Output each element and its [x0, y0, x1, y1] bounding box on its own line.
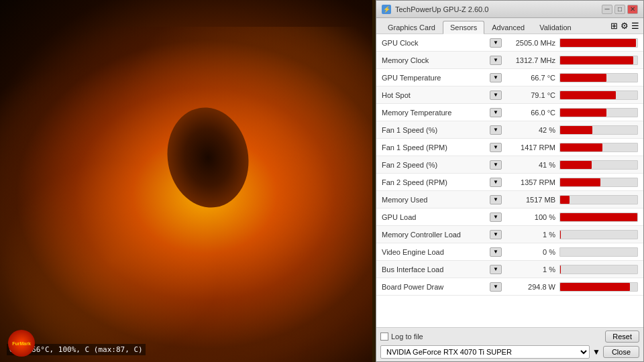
- sensor-bar-container: [559, 143, 638, 152]
- sensor-name: Fan 2 Speed (RPM): [379, 178, 490, 186]
- sensor-name: GPU Load: [379, 213, 490, 221]
- sensor-dropdown[interactable]: ▼: [490, 125, 502, 135]
- sensor-dropdown[interactable]: ▼: [490, 282, 502, 292]
- sensor-value: 1517 MB: [506, 196, 559, 204]
- sensor-bar: [560, 126, 592, 134]
- sensor-bar: [560, 39, 636, 47]
- sensor-bar-container: [559, 56, 638, 65]
- sensor-bar-container: [559, 38, 638, 48]
- sensor-bar: [560, 196, 570, 204]
- sensor-bar-container: [559, 108, 638, 117]
- sensor-bar-container: [559, 195, 638, 204]
- sensor-row: Video Engine Load▼0 %: [376, 243, 643, 261]
- sensor-bar: [560, 56, 633, 64]
- sensor-value: 2505.0 MHz: [506, 39, 559, 47]
- sensor-bar: [560, 109, 606, 117]
- minimize-button[interactable]: ─: [602, 5, 612, 14]
- sensor-value: 1312.7 MHz: [506, 56, 559, 64]
- sensor-value: 42 %: [506, 126, 559, 134]
- sensor-value: 1417 RPM: [506, 143, 559, 152]
- sensor-value: 294.8 W: [506, 283, 559, 291]
- sensor-bar: [560, 143, 602, 152]
- sensor-bar-container: [559, 282, 638, 292]
- sensor-row: GPU Load▼100 %: [376, 208, 643, 226]
- furmark-background: [0, 0, 372, 362]
- menu-icon[interactable]: ☰: [631, 21, 639, 31]
- sensor-bar: [560, 265, 561, 274]
- sensor-dropdown[interactable]: ▼: [490, 108, 502, 117]
- bottom-controls: Log to file Reset NVIDIA GeForce RTX 407…: [376, 327, 643, 361]
- sensor-bar: [560, 91, 616, 99]
- furmark-logo: FurMark: [8, 330, 35, 357]
- sensor-row: Fan 2 Speed (%)▼41 %: [376, 156, 643, 174]
- sensor-row: Board Power Draw▼294.8 W: [376, 278, 643, 296]
- sensor-dropdown[interactable]: ▼: [490, 38, 502, 48]
- sensor-row: Memory Clock▼1312.7 MHz: [376, 52, 643, 69]
- gpuz-panel: ⚡ TechPowerUp GPU-Z 2.60.0 ─ □ ✕ Graphic…: [376, 0, 644, 362]
- sensor-bar: [560, 231, 561, 239]
- sensor-dropdown[interactable]: ▼: [490, 213, 502, 222]
- sensor-value: 1 %: [506, 231, 559, 239]
- sensor-name: Memory Controller Load: [379, 231, 490, 239]
- sensor-name: Bus Interface Load: [379, 265, 490, 274]
- sensor-row: Memory Used▼1517 MB: [376, 191, 643, 208]
- tab-sensors[interactable]: Sensors: [443, 21, 484, 34]
- sensor-dropdown[interactable]: ▼: [490, 178, 502, 187]
- sensor-bar-container: [559, 178, 638, 187]
- log-checkbox[interactable]: [380, 333, 388, 341]
- sensor-bar-container: [559, 230, 638, 239]
- sensor-name: GPU Clock: [379, 39, 490, 47]
- sensor-name: Fan 1 Speed (RPM): [379, 143, 490, 152]
- sensor-dropdown[interactable]: ▼: [490, 230, 502, 239]
- sensor-dropdown[interactable]: ▼: [490, 56, 502, 65]
- tab-graphics-card[interactable]: Graphics Card: [380, 21, 443, 34]
- sensor-bar: [560, 74, 606, 82]
- sensor-row: GPU Temperature▼66.7 °C: [376, 69, 643, 86]
- sensor-name: Memory Clock: [379, 56, 490, 64]
- sensor-bar-container: [559, 90, 638, 100]
- sensor-dropdown[interactable]: ▼: [490, 247, 502, 257]
- sensor-name: Board Power Draw: [379, 283, 490, 291]
- sensor-bar: [560, 283, 630, 291]
- sensor-dropdown[interactable]: ▼: [490, 265, 502, 274]
- close-button[interactable]: ✕: [627, 5, 638, 14]
- sensor-bar-container: [559, 73, 638, 82]
- sensors-list: GPU Clock▼2505.0 MHzMemory Clock▼1312.7 …: [376, 34, 643, 327]
- sensor-bar-container: [559, 160, 638, 170]
- sensor-dropdown[interactable]: ▼: [490, 73, 502, 82]
- reset-button[interactable]: Reset: [605, 330, 639, 343]
- gpu-select-arrow[interactable]: ▼: [592, 347, 600, 357]
- maximize-button[interactable]: □: [614, 5, 625, 14]
- gpu-select[interactable]: NVIDIA GeForce RTX 4070 Ti SUPER: [380, 345, 590, 359]
- grid-icon[interactable]: ⊞: [610, 21, 618, 31]
- sensor-bar-container: [559, 125, 638, 135]
- gpuz-title: TechPowerUp GPU-Z 2.60.0: [395, 5, 600, 13]
- gpuz-titlebar: ⚡ TechPowerUp GPU-Z 2.60.0 ─ □ ✕: [376, 1, 643, 18]
- gpu-select-row: NVIDIA GeForce RTX 4070 Ti SUPER ▼ Close: [380, 345, 639, 359]
- sensor-bar-container: [559, 213, 638, 222]
- sensor-value: 66.0 °C: [506, 109, 559, 117]
- sensor-dropdown[interactable]: ▼: [490, 143, 502, 152]
- sensor-row: Fan 1 Speed (RPM)▼1417 RPM: [376, 139, 643, 156]
- log-label: Log to file: [391, 333, 423, 341]
- gpuz-tabs: Graphics Card Sensors Advanced Validatio…: [376, 18, 643, 34]
- sensor-bar-container: [559, 247, 638, 257]
- sensor-dropdown[interactable]: ▼: [490, 90, 502, 100]
- settings-icon[interactable]: ⚙: [621, 21, 629, 31]
- sensor-name: Hot Spot: [379, 91, 490, 99]
- log-row: Log to file Reset: [380, 330, 639, 343]
- sensor-value: 66.7 °C: [506, 74, 559, 82]
- tab-advanced[interactable]: Advanced: [484, 21, 532, 34]
- sensor-bar: [560, 161, 592, 169]
- sensor-name: Video Engine Load: [379, 248, 490, 256]
- sensor-row: Bus Interface Load▼1 %: [376, 261, 643, 278]
- tab-validation[interactable]: Validation: [532, 21, 579, 34]
- sensor-dropdown[interactable]: ▼: [490, 160, 502, 170]
- gpuz-app-icon: ⚡: [382, 5, 391, 14]
- sensor-name: Memory Temperature: [379, 109, 490, 117]
- furmark-logo-text: FurMark: [12, 341, 31, 346]
- sensor-bar-container: [559, 265, 638, 274]
- sensor-dropdown[interactable]: ▼: [490, 195, 502, 204]
- sensor-row: GPU Clock▼2505.0 MHz: [376, 34, 643, 52]
- gpuz-close-button[interactable]: Close: [603, 346, 639, 358]
